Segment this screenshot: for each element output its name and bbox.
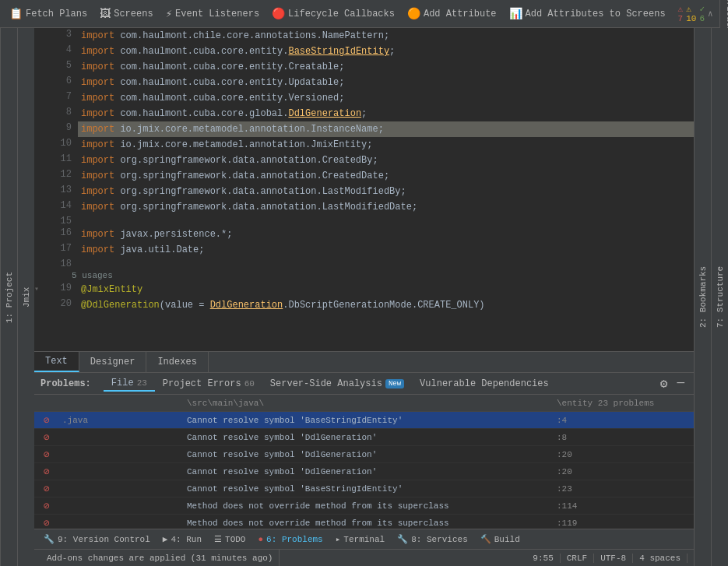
main-toolbar: 📋 Fetch Plans 🖼 Screens ⚡ Event Listener… bbox=[0, 0, 728, 28]
notifications-button[interactable]: Notifications bbox=[719, 0, 728, 28]
bt-version-control[interactable]: 🔧 9: Version Control bbox=[37, 533, 157, 546]
status-time: 9:55 bbox=[526, 554, 560, 563]
problem-row-5[interactable]: ⊘ Cannot resolve symbol 'BaseStringIdEnt… bbox=[34, 480, 694, 497]
run-icon: ▶ bbox=[163, 534, 168, 544]
ptab-pe-count: 60 bbox=[244, 379, 255, 388]
pr-loc-1: :4 bbox=[554, 416, 694, 425]
problems-column-header: \src\main\java\ \entity 23 problems bbox=[34, 395, 694, 412]
add-attribute-icon: 🟠 bbox=[407, 7, 420, 20]
bt-terminal[interactable]: ▸ Terminal bbox=[329, 533, 391, 546]
problems-icon: ● bbox=[258, 535, 263, 544]
problem-row-1[interactable]: ⊘ .java Cannot resolve symbol 'BaseStrin… bbox=[34, 412, 694, 429]
col-src: \src\main\java\ bbox=[184, 399, 554, 408]
toolbar-fetch-plans[interactable]: 📋 Fetch Plans bbox=[3, 4, 93, 23]
tab-text[interactable]: Text bbox=[34, 352, 79, 372]
error-icon-4: ⊘ bbox=[44, 466, 50, 478]
fetch-plans-label: Fetch Plans bbox=[26, 9, 87, 19]
ptab-vulnerable[interactable]: Vulnerable Dependencies bbox=[412, 377, 557, 391]
line-11: 11 import org.springframework.data.annot… bbox=[34, 153, 694, 168]
problems-tabs: File 23 Project Errors 60 Server-Side An… bbox=[104, 376, 657, 392]
tab-indexes[interactable]: Indexes bbox=[146, 352, 208, 372]
line-17: 17 import java.util.Date; bbox=[34, 242, 694, 258]
terminal-icon: ▸ bbox=[336, 534, 341, 544]
tab-text-label: Text bbox=[45, 356, 68, 367]
warning-badge: ⚠ 10 bbox=[686, 4, 696, 23]
bt-services[interactable]: 🔧 8: Services bbox=[391, 533, 474, 546]
ptab-pe-label: Project Errors bbox=[163, 378, 241, 389]
error-badge: ⚠ 7 bbox=[678, 4, 684, 23]
pr-loc-6: :114 bbox=[554, 501, 694, 511]
toolbar-screens[interactable]: 🖼 Screens bbox=[93, 5, 159, 23]
problems-bt-label: 6: Problems bbox=[266, 535, 323, 544]
status-indent[interactable]: 4 spaces bbox=[633, 554, 688, 563]
line-10: 10 import io.jmix.core.metamodel.annotat… bbox=[34, 137, 694, 153]
toolbar-right: ⚠ 7 ⚠ 10 ✓ 6 ∧ Notifications bbox=[672, 0, 728, 28]
problems-panel: Problems: File 23 Project Errors 60 Serv… bbox=[34, 373, 694, 529]
problems-header: Problems: File 23 Project Errors 60 Serv… bbox=[34, 373, 694, 395]
sidebar-structure[interactable]: 7: Structure bbox=[711, 28, 728, 566]
code-editor[interactable]: 3 import com.haulmont.chile.core.annotat… bbox=[34, 28, 694, 351]
toolbar-event-listeners[interactable]: ⚡ Event Listeners bbox=[160, 4, 266, 23]
bt-run[interactable]: ▶ 4: Run bbox=[157, 533, 208, 546]
problem-row-2[interactable]: ⊘ Cannot resolve symbol 'DdlGeneration' … bbox=[34, 429, 694, 446]
problems-settings-btn[interactable]: ⚙ bbox=[657, 374, 671, 393]
status-encoding[interactable]: UTF-8 bbox=[594, 554, 633, 563]
line-19: ▾ 19 @JmixEntity bbox=[34, 282, 694, 297]
line-12: 12 import org.springframework.data.annot… bbox=[34, 168, 694, 184]
toolbar-add-attributes-screens[interactable]: 📊 Add Attributes to Screens bbox=[503, 4, 672, 23]
status-time-text: 9:55 bbox=[533, 554, 553, 563]
services-icon: 🔧 bbox=[397, 534, 408, 544]
line-9: 9 import io.jmix.core.metamodel.annotati… bbox=[34, 121, 694, 137]
bt-problems[interactable]: ● 6: Problems bbox=[251, 533, 329, 546]
sidebar-jmix[interactable]: Jmix bbox=[17, 28, 34, 566]
problems-list: ⊘ .java Cannot resolve symbol 'BaseStrin… bbox=[34, 412, 694, 529]
problems-close-btn[interactable]: — bbox=[673, 374, 688, 393]
usages-text: 5 usages bbox=[72, 271, 113, 280]
code-lines: 3 import com.haulmont.chile.core.annotat… bbox=[34, 28, 694, 269]
ptab-vuln-label: Vulnerable Dependencies bbox=[420, 378, 549, 389]
sidebar-project[interactable]: 1: Project bbox=[0, 28, 17, 566]
tab-designer[interactable]: Designer bbox=[79, 352, 147, 372]
pr-msg-1: Cannot resolve symbol 'BaseStringIdEntit… bbox=[184, 416, 554, 425]
left-side-panels: 1: Project Jmix bbox=[0, 28, 34, 566]
add-attribute-label: Add Attribute bbox=[424, 9, 497, 19]
pr-msg-3: Cannot resolve symbol 'DdlGeneration' bbox=[184, 450, 554, 459]
line-18: 18 bbox=[34, 258, 694, 269]
problems-label: Problems: bbox=[40, 378, 91, 389]
line-3: 3 import com.haulmont.chile.core.annotat… bbox=[34, 28, 694, 44]
pr-msg-6: Method does not override method from its… bbox=[184, 501, 554, 511]
bottom-toolbar: 🔧 9: Version Control ▶ 4: Run ☰ TODO ● 6… bbox=[34, 529, 694, 549]
bt-build[interactable]: 🔨 Build bbox=[474, 533, 526, 546]
ptab-file[interactable]: File 23 bbox=[104, 376, 155, 392]
problems-actions: ⚙ — bbox=[657, 374, 688, 393]
expand-icon[interactable]: ∧ bbox=[708, 9, 713, 19]
error-icon-7: ⊘ bbox=[44, 517, 50, 529]
problem-row-7[interactable]: ⊘ Method does not override method from i… bbox=[34, 515, 694, 529]
header-badges: ⚠ 7 ⚠ 10 ✓ 6 ∧ bbox=[672, 4, 719, 23]
problem-row-3[interactable]: ⊘ Cannot resolve symbol 'DdlGeneration' … bbox=[34, 446, 694, 463]
toolbar-lifecycle-callbacks[interactable]: 🔴 Lifecycle Callbacks bbox=[266, 4, 401, 23]
todo-icon: ☰ bbox=[214, 534, 222, 544]
main-content: 1: Project Jmix 3 import com.haulmont.ch… bbox=[0, 28, 728, 566]
problem-row-6[interactable]: ⊘ Method does not override method from i… bbox=[34, 497, 694, 515]
ptab-server-side[interactable]: Server-Side Analysis New bbox=[262, 377, 412, 391]
screens-icon: 🖼 bbox=[100, 8, 111, 20]
tab-designer-label: Designer bbox=[90, 357, 135, 367]
bt-todo[interactable]: ☰ TODO bbox=[208, 533, 251, 546]
status-crlf-text: CRLF bbox=[567, 554, 587, 563]
problem-row-4[interactable]: ⊘ Cannot resolve symbol 'DdlGeneration' … bbox=[34, 463, 694, 480]
sidebar-bookmarks[interactable]: 2: Bookmarks bbox=[694, 28, 711, 566]
editor-bottom-tabs: Text Designer Indexes bbox=[34, 351, 694, 373]
fold-icon-19[interactable]: ▾ bbox=[34, 285, 39, 294]
line-20: 20 @DdlGeneration(value = DdlGeneration.… bbox=[34, 297, 694, 313]
editor-area: 3 import com.haulmont.chile.core.annotat… bbox=[34, 28, 694, 566]
toolbar-add-attribute[interactable]: 🟠 Add Attribute bbox=[401, 4, 503, 23]
pr-loc-3: :20 bbox=[554, 450, 694, 459]
error-icon-5: ⊘ bbox=[44, 483, 50, 495]
ptab-ss-label: Server-Side Analysis bbox=[270, 378, 382, 389]
build-icon: 🔨 bbox=[480, 534, 491, 544]
ptab-project-errors[interactable]: Project Errors 60 bbox=[155, 377, 262, 391]
status-crlf[interactable]: CRLF bbox=[561, 554, 594, 563]
status-message-text: Add-ons changes are applied (31 minutes … bbox=[47, 554, 273, 563]
lifecycle-label: Lifecycle Callbacks bbox=[288, 9, 395, 19]
